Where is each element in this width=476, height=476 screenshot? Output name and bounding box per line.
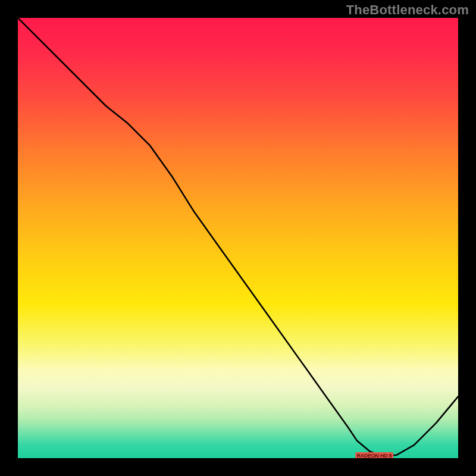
chart-frame: TheBottleneck.com RADEON HD 8 bbox=[0, 0, 476, 476]
plot-area: RADEON HD 8 bbox=[18, 18, 458, 458]
gpu-badge-label: RADEON HD 8 bbox=[357, 453, 392, 458]
curve-svg bbox=[18, 18, 458, 458]
gpu-badge: RADEON HD 8 bbox=[355, 452, 394, 458]
bottleneck-curve bbox=[18, 18, 458, 456]
attribution-text: TheBottleneck.com bbox=[346, 2, 469, 18]
